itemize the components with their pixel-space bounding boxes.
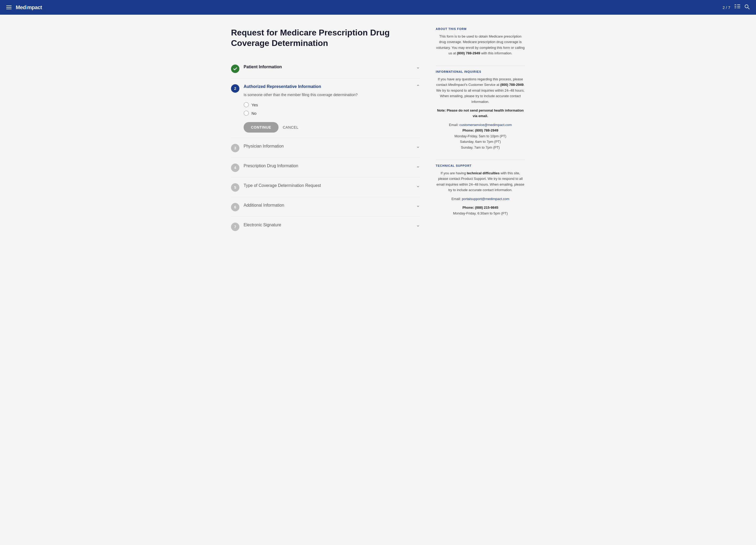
divider-2	[436, 160, 525, 160]
radio-no-label: No	[251, 111, 256, 116]
sidebar-note: Note: Please do not send personal health…	[436, 108, 525, 119]
inquiries-title: INFORMATIONAL INQUIRIES	[436, 70, 525, 73]
step-2-content: Authorized Representative Information ⌃ …	[244, 84, 420, 133]
step-5-chevron-icon: ⌄	[416, 183, 420, 188]
main-container: Request for Medicare Prescription Drug C…	[221, 15, 535, 249]
radio-yes[interactable]: Yes	[244, 102, 420, 107]
right-sidebar: ABOUT THIS FORM This form is to be used …	[436, 27, 525, 236]
hours-3: Sunday, 7am to 7pm (PT)	[436, 145, 525, 150]
step-4-chevron-icon: ⌄	[416, 163, 420, 169]
step-2-subtitle: Is someone other than the member filing …	[244, 93, 420, 97]
about-title: ABOUT THIS FORM	[436, 27, 525, 30]
step-7-circle: 7	[231, 223, 239, 231]
step-7-content: Electronic Signature ⌄	[244, 222, 420, 228]
step-5-header[interactable]: Type of Coverage Determination Request ⌄	[244, 183, 420, 188]
radio-yes-input[interactable]	[244, 102, 249, 107]
step-1-chevron-icon: ⌄	[416, 64, 420, 70]
svg-rect-5	[737, 8, 740, 8]
step-2-circle: 2	[231, 84, 239, 93]
logo: Medimpact	[16, 4, 42, 11]
support-title: TECHNICAL SUPPORT	[436, 164, 525, 167]
step-4: 4 Prescription Drug Information ⌄	[231, 158, 420, 177]
inquiries-section: INFORMATIONAL INQUIRIES If you have any …	[436, 70, 525, 150]
customer-email-link[interactable]: customerservice@medimpact.com	[459, 123, 512, 127]
hours-2: Saturday, 6am to 7pm (PT)	[436, 139, 525, 144]
step-2-chevron-icon: ⌃	[416, 84, 420, 90]
divider-1	[436, 66, 525, 66]
radio-yes-label: Yes	[251, 103, 258, 107]
step-5: 5 Type of Coverage Determination Request…	[231, 177, 420, 197]
step-4-header[interactable]: Prescription Drug Information ⌄	[244, 163, 420, 169]
radio-no-input[interactable]	[244, 111, 249, 116]
step-6-content: Additional Information ⌄	[244, 202, 420, 208]
search-icon[interactable]	[744, 4, 750, 11]
step-5-content: Type of Coverage Determination Request ⌄	[244, 183, 420, 188]
step-6-title: Additional Information	[244, 203, 284, 208]
step-7: 7 Electronic Signature ⌄	[231, 217, 420, 236]
support-email-info: Email: portalsupport@medimpact.com	[436, 196, 525, 202]
page-title: Request for Medicare Prescription Drug C…	[231, 27, 420, 48]
cancel-button[interactable]: CANCEL	[283, 125, 298, 129]
step-1: Patient Information ⌄	[231, 59, 420, 78]
list-icon[interactable]	[734, 4, 740, 10]
support-section: TECHNICAL SUPPORT If you are having tech…	[436, 164, 525, 216]
step-2-title: Authorized Representative Information	[244, 84, 321, 89]
step-7-title: Electronic Signature	[244, 223, 281, 227]
phone-number: Phone: (800) 788-2949	[436, 128, 525, 133]
step-3-chevron-icon: ⌄	[416, 143, 420, 149]
menu-icon[interactable]	[6, 6, 12, 9]
support-text: If you are having technical difficulties…	[436, 170, 525, 193]
header-left: Medimpact	[6, 4, 42, 11]
step-7-header[interactable]: Electronic Signature ⌄	[244, 222, 420, 228]
support-email-link[interactable]: portalsupport@medimpact.com	[462, 197, 509, 201]
button-group: CONTINUE CANCEL	[244, 122, 420, 133]
svg-point-6	[745, 5, 748, 8]
step-1-header[interactable]: Patient Information ⌄	[244, 64, 420, 70]
step-3: 3 Physician Information ⌄	[231, 138, 420, 158]
app-header: Medimpact 2 / 7	[0, 0, 756, 15]
step-5-title: Type of Coverage Determination Request	[244, 183, 321, 188]
svg-line-7	[748, 8, 749, 9]
step-1-title: Patient Information	[244, 65, 282, 69]
step-3-title: Physician Information	[244, 144, 284, 149]
step-1-circle	[231, 65, 239, 73]
support-hours: Monday-Friday, 6:30am to 5pm (PT)	[436, 211, 525, 216]
header-right: 2 / 7	[723, 4, 750, 11]
radio-no[interactable]: No	[244, 111, 420, 116]
about-section: ABOUT THIS FORM This form is to be used …	[436, 27, 525, 56]
step-6-circle: 6	[231, 203, 239, 211]
svg-rect-4	[737, 6, 740, 7]
logo-text: Med	[16, 4, 26, 10]
step-2-header[interactable]: Authorized Representative Information ⌃	[244, 84, 420, 90]
step-4-circle: 4	[231, 164, 239, 172]
svg-rect-2	[734, 8, 736, 8]
hours-1: Monday-Friday, 5am to 10pm (PT)	[436, 133, 525, 139]
step-2-expanded: Is someone other than the member filing …	[244, 93, 420, 133]
step-5-circle: 5	[231, 183, 239, 192]
step-1-content: Patient Information ⌄	[244, 64, 420, 70]
inquiries-text: If you have any questions regarding this…	[436, 76, 525, 104]
step-4-content: Prescription Drug Information ⌄	[244, 163, 420, 169]
left-content: Request for Medicare Prescription Drug C…	[231, 27, 420, 236]
step-6-chevron-icon: ⌄	[416, 202, 420, 208]
svg-rect-3	[737, 4, 740, 5]
svg-rect-0	[734, 4, 736, 5]
logo-rest: mpact	[27, 4, 42, 10]
step-4-title: Prescription Drug Information	[244, 164, 298, 168]
step-indicator: 2 / 7	[723, 5, 730, 10]
svg-rect-1	[734, 6, 736, 7]
step-7-chevron-icon: ⌄	[416, 222, 420, 228]
step-3-header[interactable]: Physician Information ⌄	[244, 143, 420, 149]
step-6-header[interactable]: Additional Information ⌄	[244, 202, 420, 208]
continue-button[interactable]: CONTINUE	[244, 122, 279, 133]
step-3-content: Physician Information ⌄	[244, 143, 420, 149]
step-3-circle: 3	[231, 144, 239, 152]
about-text: This form is to be used to obtain Medica…	[436, 34, 525, 56]
email-info: Email: customerservice@medimpact.com	[436, 122, 525, 128]
support-phone: Phone: (888) 215-9845	[436, 205, 525, 210]
radio-group: Yes No	[244, 102, 420, 116]
steps-list: Patient Information ⌄ 2 Authorized Repre…	[231, 59, 420, 236]
step-2: 2 Authorized Representative Information …	[231, 78, 420, 138]
step-6: 6 Additional Information ⌄	[231, 197, 420, 217]
